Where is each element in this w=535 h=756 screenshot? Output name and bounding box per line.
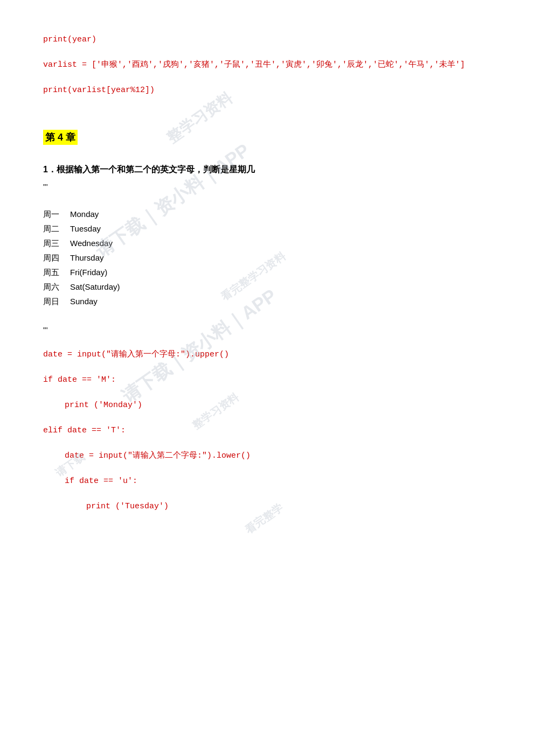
day-row-friday: 周五 Fri(Friday) (43, 268, 492, 278)
day-cn-tuesday: 周二 (43, 224, 70, 234)
code-date-input2: date = input("请输入第二个字母:").lower() (43, 449, 492, 463)
day-en-saturday: Sat(Saturday) (70, 282, 120, 291)
day-cn-sunday: 周日 (43, 297, 70, 307)
day-row-tuesday: 周二 Tuesday (43, 224, 492, 234)
code-line-varlist: varlist = ['申猴','酉鸡','戌狗','亥猪','子鼠','丑牛'… (43, 58, 492, 72)
day-row-wednesday: 周三 Wednesday (43, 239, 492, 249)
days-table: 周一 Monday 周二 Tuesday 周三 Wednesday 周四 Thu… (43, 209, 492, 307)
day-row-monday: 周一 Monday (43, 209, 492, 220)
chapter-label: 第 4 章 (43, 130, 78, 145)
day-row-sunday: 周日 Sunday (43, 297, 492, 307)
day-en-tuesday: Tuesday (70, 224, 101, 233)
day-row-saturday: 周六 Sat(Saturday) (43, 282, 492, 292)
day-en-wednesday: Wednesday (70, 239, 113, 248)
day-en-monday: Monday (70, 209, 99, 219)
day-en-sunday: Sunday (70, 297, 98, 306)
triple-quote-open: ''' (43, 182, 492, 191)
page-container: 整学习资料 请下载｜资小料｜APP 看完整学习资料 请下载｜资小料｜APP 整学… (0, 0, 535, 548)
day-en-thursday: Thursday (70, 253, 104, 262)
day-cn-thursday: 周四 (43, 253, 70, 263)
day-cn-friday: 周五 (43, 268, 70, 278)
problem-1-title: 1．根据输入第一个和第二个的英文字母，判断是星期几 (43, 164, 492, 176)
day-en-friday: Fri(Friday) (70, 268, 107, 277)
code-if-m: if date == 'M': (43, 373, 492, 387)
code-print-tuesday: print ('Tuesday') (43, 499, 492, 514)
code-line-print-varlist: print(varlist[year%12]) (43, 83, 492, 97)
code-if-u: if date == 'u': (43, 474, 492, 488)
day-row-thursday: 周四 Thursday (43, 253, 492, 263)
code-line-print-year: print(year) (43, 32, 492, 47)
chapter-heading: 第 4 章 (43, 117, 492, 156)
day-cn-wednesday: 周三 (43, 239, 70, 249)
code-elif-t: elif date == 'T': (43, 423, 492, 438)
code-date-input: date = input("请输入第一个字母:").upper() (43, 347, 492, 362)
code-block-1: print(year) varlist = ['申猴','酉鸡','戌狗','亥… (43, 32, 492, 97)
triple-quote-close: ''' (43, 325, 492, 334)
code-print-monday: print ('Monday') (43, 398, 492, 412)
day-cn-monday: 周一 (43, 209, 70, 220)
code-block-2: date = input("请输入第一个字母:").upper() if dat… (43, 347, 492, 514)
day-cn-saturday: 周六 (43, 282, 70, 292)
